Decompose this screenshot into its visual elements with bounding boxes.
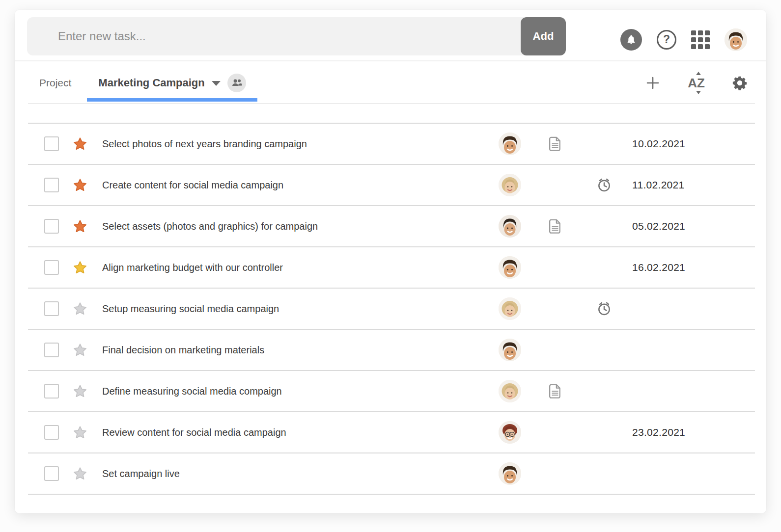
project-label: Project <box>39 77 71 89</box>
task-row[interactable]: Setup measuring social media campaign <box>28 288 755 329</box>
due-date: 11.02.2021 <box>632 179 711 191</box>
priority-star-icon[interactable] <box>73 301 87 316</box>
gear-icon <box>732 75 748 91</box>
attachment-icon <box>548 383 562 399</box>
task-checkbox[interactable] <box>44 178 59 192</box>
tab-label: Marketing Campaign <box>98 77 204 89</box>
attachment-icon <box>548 136 562 152</box>
add-list-button[interactable] <box>645 75 661 91</box>
assignee-avatar[interactable] <box>499 133 521 155</box>
task-checkbox[interactable] <box>44 260 59 275</box>
task-title[interactable]: Final decision on marketing materials <box>102 345 499 356</box>
task-checkbox[interactable] <box>44 301 59 316</box>
task-checkbox[interactable] <box>44 343 59 357</box>
task-checkbox[interactable] <box>44 384 59 399</box>
priority-star-icon[interactable] <box>73 343 87 357</box>
user-avatar[interactable] <box>725 28 747 51</box>
attachment-icon <box>548 218 562 234</box>
task-title[interactable]: Select assets (photos and graphics) for … <box>102 221 499 232</box>
tab-marketing-campaign[interactable]: Marketing Campaign <box>87 61 257 104</box>
chevron-down-icon <box>212 81 221 86</box>
task-title[interactable]: Setup measuring social media campaign <box>102 303 499 315</box>
assignee-avatar[interactable] <box>499 421 521 444</box>
add-task-button[interactable]: Add <box>521 17 566 55</box>
task-checkbox[interactable] <box>44 219 59 234</box>
help-button[interactable]: ? <box>657 30 676 50</box>
members-icon <box>231 78 243 88</box>
priority-star-icon[interactable] <box>73 260 87 275</box>
assignee-avatar[interactable] <box>499 339 521 361</box>
task-row[interactable]: Align marketing budget with our controll… <box>28 246 755 288</box>
due-date: 16.02.2021 <box>632 262 711 273</box>
settings-button[interactable] <box>732 75 748 91</box>
app-card: Add ? Project Marketing Campaign <box>15 10 766 513</box>
task-title[interactable]: Align marketing budget with our controll… <box>102 262 499 273</box>
assignee-avatar[interactable] <box>499 174 521 196</box>
topbar-icons: ? <box>620 28 747 51</box>
reminder-icon <box>596 301 612 317</box>
priority-star-icon[interactable] <box>73 466 87 481</box>
task-checkbox[interactable] <box>44 136 59 151</box>
tabbar: Project Marketing Campaign AZ <box>15 61 766 104</box>
assignee-avatar[interactable] <box>499 256 521 279</box>
task-title[interactable]: Select photos of next years branding cam… <box>102 138 499 150</box>
tab-actions: AZ <box>645 75 748 91</box>
due-date: 05.02.2021 <box>632 220 711 232</box>
topbar: Add ? <box>15 10 766 61</box>
task-title[interactable]: Define measuring social media compaign <box>102 386 499 397</box>
task-title[interactable]: Review content for social media campaign <box>102 427 499 438</box>
members-button[interactable] <box>227 74 246 92</box>
sort-button[interactable]: AZ <box>688 77 705 89</box>
sort-az-icon: AZ <box>688 77 705 89</box>
task-row[interactable]: Review content for social media campaign… <box>28 411 755 452</box>
task-checkbox[interactable] <box>44 425 59 440</box>
new-task-input[interactable] <box>27 17 566 55</box>
notification-bell-icon <box>625 34 637 46</box>
assignee-avatar[interactable] <box>499 297 521 320</box>
task-title[interactable]: Set campaign live <box>102 468 499 479</box>
assignee-avatar[interactable] <box>499 462 521 485</box>
task-row[interactable]: Define measuring social media compaign <box>28 370 755 411</box>
app-grid-button[interactable] <box>691 30 710 49</box>
reminder-icon <box>596 177 612 193</box>
plus-icon <box>645 75 661 91</box>
priority-star-icon[interactable] <box>73 425 87 440</box>
task-row[interactable]: Create content for social media campaign… <box>28 164 755 205</box>
task-row[interactable]: Select assets (photos and graphics) for … <box>28 205 755 246</box>
question-mark-icon: ? <box>663 33 670 46</box>
notification-bell-button[interactable] <box>620 29 642 51</box>
task-checkbox[interactable] <box>44 466 59 481</box>
priority-star-icon[interactable] <box>73 136 87 151</box>
task-list: Select photos of next years branding cam… <box>15 104 766 495</box>
due-date: 10.02.2021 <box>632 138 711 150</box>
task-title[interactable]: Create content for social media campaign <box>102 180 499 191</box>
task-row[interactable]: Select photos of next years branding cam… <box>28 123 755 164</box>
priority-star-icon[interactable] <box>73 219 87 234</box>
priority-star-icon[interactable] <box>73 178 87 192</box>
new-task-input-wrap: Add <box>27 17 566 55</box>
assignee-avatar[interactable] <box>499 215 521 238</box>
priority-star-icon[interactable] <box>73 384 87 399</box>
task-row[interactable]: Set campaign live <box>28 452 755 495</box>
due-date: 23.02.2021 <box>632 426 711 438</box>
assignee-avatar[interactable] <box>499 380 521 402</box>
task-row[interactable]: Final decision on marketing materials <box>28 329 755 370</box>
